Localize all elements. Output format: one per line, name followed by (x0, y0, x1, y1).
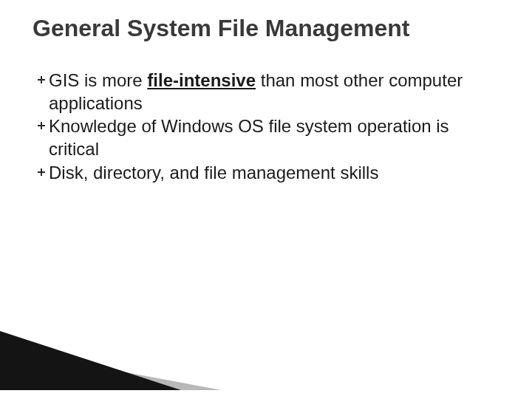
bullet-text: GIS is more file-intensive than most oth… (49, 69, 494, 115)
slide: General System File Management GIS is mo… (0, 0, 532, 399)
svg-marker-7 (0, 331, 181, 390)
bullet-text: Knowledge of Windows OS file system oper… (49, 115, 494, 160)
bullet-icon (34, 161, 49, 176)
list-item: Knowledge of Windows OS file system oper… (34, 115, 494, 160)
svg-marker-6 (0, 349, 222, 390)
svg-rect-1 (38, 79, 45, 81)
svg-rect-5 (38, 171, 45, 173)
bullet-icon (34, 115, 49, 129)
svg-rect-3 (38, 125, 45, 126)
bullet-list: GIS is more file-intensive than most oth… (33, 69, 499, 184)
list-item: Disk, directory, and file management ski… (34, 161, 494, 184)
bullet-text: Disk, directory, and file management ski… (49, 161, 494, 184)
bullet-icon (34, 69, 49, 83)
slide-title: General System File Management (33, 15, 499, 42)
decorative-wedge-icon (0, 331, 222, 390)
list-item: GIS is more file-intensive than most oth… (34, 69, 494, 115)
